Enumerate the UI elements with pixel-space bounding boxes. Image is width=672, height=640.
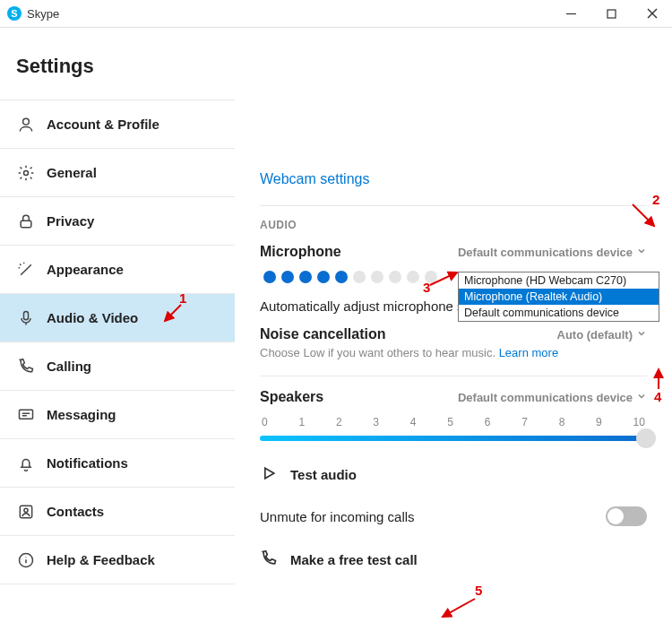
mic-level-dot — [371, 271, 383, 283]
slider-tick: 2 — [336, 416, 342, 428]
mic-level-dot — [389, 271, 401, 283]
mic-level-dot — [263, 271, 276, 283]
chevron-down-icon — [636, 246, 647, 259]
slider-tick: 1 — [298, 416, 305, 428]
skype-icon: S — [7, 6, 22, 21]
mic-level-dot — [335, 271, 348, 283]
noise-hint: Choose Low if you want others to hear mu… — [260, 346, 647, 359]
slider-tick: 7 — [521, 416, 528, 428]
settings-main: Webcam settings AUDIO Microphone Default… — [235, 28, 672, 640]
wand-icon — [16, 260, 36, 280]
noise-cancellation-label: Noise cancellation — [260, 326, 386, 342]
sidebar-item-general[interactable]: General — [0, 148, 235, 197]
phone-icon — [260, 549, 278, 570]
mic-level-dot — [353, 271, 366, 283]
svg-point-10 — [24, 508, 28, 512]
info-icon — [16, 550, 36, 570]
svg-rect-7 — [24, 311, 29, 319]
svg-rect-6 — [21, 221, 31, 228]
settings-sidebar: Settings Account & Profile General Priva… — [0, 28, 235, 640]
slider-tick: 10 — [633, 416, 645, 428]
sidebar-item-privacy[interactable]: Privacy — [0, 196, 235, 246]
sidebar-item-audio-video[interactable]: Audio & Video — [0, 293, 235, 342]
gear-icon — [16, 163, 36, 183]
minimize-button[interactable] — [551, 0, 591, 27]
chevron-down-icon — [636, 391, 647, 404]
sidebar-item-contacts[interactable]: Contacts — [0, 487, 235, 536]
account-icon — [16, 115, 36, 134]
audio-section-label: AUDIO — [260, 219, 647, 231]
unmute-toggle[interactable] — [606, 506, 647, 526]
play-icon — [260, 464, 278, 485]
sidebar-item-label: Account & Profile — [47, 117, 159, 132]
slider-tick: 4 — [410, 416, 417, 428]
svg-rect-1 — [607, 10, 616, 18]
microphone-option[interactable]: Microphone (HD Webcam C270) — [459, 272, 659, 289]
unmute-label: Unmute for incoming calls — [260, 509, 415, 524]
microphone-icon — [16, 308, 36, 328]
svg-marker-12 — [265, 468, 274, 479]
mic-level-dot — [281, 271, 294, 283]
mic-level-dot — [407, 271, 419, 283]
webcam-settings-link[interactable]: Webcam settings — [260, 171, 647, 187]
speakers-label: Speakers — [260, 389, 323, 405]
sidebar-item-calling[interactable]: Calling — [0, 342, 235, 391]
svg-rect-8 — [20, 410, 33, 419]
slider-tick: 0 — [262, 416, 268, 428]
sidebar-item-notifications[interactable]: Notifications — [0, 438, 235, 488]
svg-point-4 — [23, 118, 30, 125]
svg-point-5 — [24, 170, 29, 175]
test-audio-button[interactable]: Test audio — [260, 464, 647, 485]
slider-tick: 3 — [373, 416, 379, 428]
sidebar-item-label: Contacts — [47, 504, 104, 519]
mic-level-dot — [425, 271, 437, 283]
lock-icon — [16, 212, 36, 231]
sidebar-item-label: Notifications — [47, 455, 128, 471]
microphone-label: Microphone — [260, 244, 341, 260]
app-body: Settings Account & Profile General Priva… — [0, 27, 672, 640]
microphone-device-selector[interactable]: Default communications device — [458, 246, 647, 259]
chevron-down-icon — [636, 328, 647, 342]
sidebar-item-appearance[interactable]: Appearance — [0, 245, 235, 294]
sidebar-item-label: General — [47, 165, 97, 180]
slider-tick: 8 — [559, 416, 565, 428]
speaker-volume-slider[interactable]: 012345678910 — [260, 416, 647, 441]
sidebar-item-messaging[interactable]: Messaging — [0, 390, 235, 439]
sidebar-item-label: Messaging — [47, 407, 116, 422]
slider-tick: 9 — [596, 416, 602, 428]
sidebar-item-label: Audio & Video — [47, 310, 138, 325]
microphone-options-dropdown[interactable]: Microphone (HD Webcam C270)Microphone (R… — [458, 272, 659, 322]
sidebar-item-help[interactable]: Help & Feedback — [0, 535, 235, 584]
slider-tick: 6 — [485, 416, 491, 428]
mic-level-dot — [299, 271, 312, 283]
settings-heading: Settings — [0, 28, 235, 99]
maximize-button[interactable] — [591, 0, 632, 27]
phone-icon — [16, 357, 36, 376]
microphone-option[interactable]: Microphone (Realtek Audio) — [459, 289, 659, 305]
sidebar-item-label: Privacy — [47, 213, 94, 229]
sidebar-item-label: Appearance — [47, 262, 124, 277]
sidebar-item-label: Calling — [47, 359, 91, 374]
slider-tick: 5 — [447, 416, 453, 428]
window-controls — [551, 0, 672, 27]
contacts-icon — [16, 502, 36, 522]
close-button[interactable] — [632, 0, 672, 27]
speakers-device-selector[interactable]: Default communications device — [458, 391, 647, 404]
sidebar-item-account[interactable]: Account & Profile — [0, 99, 235, 149]
microphone-option[interactable]: Default communications device — [459, 305, 659, 321]
sidebar-item-label: Help & Feedback — [47, 552, 155, 567]
noise-cancellation-selector[interactable]: Auto (default) — [557, 328, 647, 342]
bell-icon — [16, 454, 36, 473]
mic-level-dot — [317, 271, 330, 283]
app-title: Skype — [27, 7, 59, 21]
chat-icon — [16, 405, 36, 425]
learn-more-link[interactable]: Learn more — [499, 346, 558, 359]
test-call-button[interactable]: Make a free test call — [260, 549, 647, 570]
